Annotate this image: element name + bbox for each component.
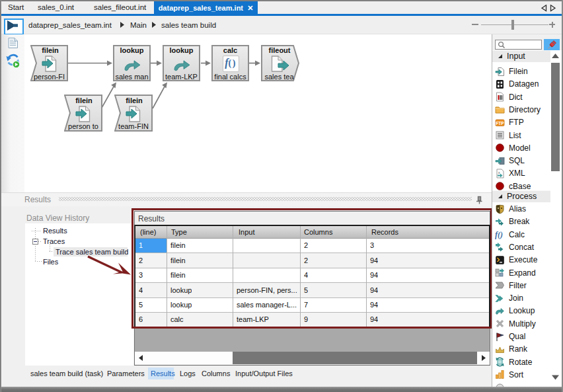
svg-text:FTP: FTP: [496, 120, 504, 125]
svg-text:f(): f(): [495, 230, 503, 239]
